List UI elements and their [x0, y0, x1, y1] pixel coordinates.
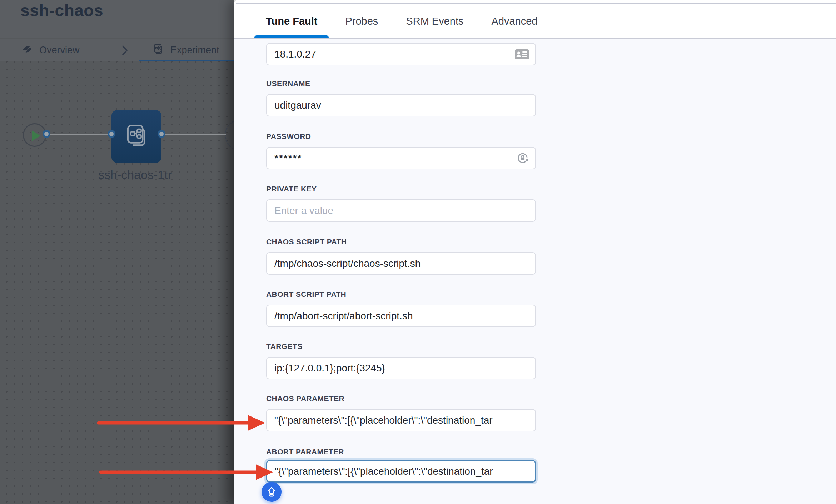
breadcrumb: Overview Experiment: [0, 39, 234, 61]
password-input[interactable]: ******: [266, 147, 536, 169]
fault-tunables-form: 18.1.0.27USERNAMEuditgauravPASSWORD*****…: [266, 39, 536, 504]
start-node-out-port: [43, 130, 50, 138]
upload-icon: [266, 486, 277, 498]
breadcrumb-overview[interactable]: Overview: [22, 39, 80, 61]
chaos-step-node[interactable]: [111, 110, 161, 163]
host-input[interactable]: 18.1.0.27: [266, 43, 536, 65]
username-value: uditgaurav: [274, 100, 529, 111]
drawer-top-border: [236, 3, 836, 4]
tab-srm-events[interactable]: SRM Events: [394, 4, 475, 38]
password-value: ******: [274, 153, 512, 164]
chaos-parameter-label: CHAOS PARAMETER: [266, 394, 344, 403]
breadcrumb-experiment-label: Experiment: [170, 45, 219, 56]
abort-script-path-value: /tmp/abort-script/abort-script.sh: [274, 310, 529, 322]
abort-parameter-input[interactable]: "{\"parameters\":[{\"placeholder\":\"des…: [266, 460, 536, 483]
tab-label: Probes: [345, 15, 378, 27]
chaos-node-in-port: [108, 130, 115, 138]
experiment-icon: [153, 43, 164, 57]
password-label: PASSWORD: [266, 132, 311, 141]
tab-advanced[interactable]: Advanced: [480, 4, 549, 38]
host-value: 18.1.0.27: [274, 49, 510, 60]
targets-label: TARGETS: [266, 342, 303, 351]
tab-label: SRM Events: [406, 15, 463, 27]
tab-label: Advanced: [492, 15, 538, 27]
tune-fault-drawer: Tune FaultProbesSRM EventsAdvanced 18.1.…: [234, 0, 836, 504]
username-label: USERNAME: [266, 79, 310, 88]
breadcrumb-experiment[interactable]: Experiment: [153, 39, 219, 61]
pipeline-canvas[interactable]: ssh-chaos-1tr: [0, 61, 234, 504]
secret-lock-icon[interactable]: [516, 151, 529, 165]
tab-tune-fault[interactable]: Tune Fault: [254, 4, 329, 38]
chevron-right-icon: [122, 45, 128, 56]
play-icon: [32, 130, 40, 141]
page-title: ssh-chaos: [20, 1, 103, 20]
experiment-node-icon: [124, 123, 149, 150]
abort-parameter-value: "{\"parameters\":[{\"placeholder\":\"des…: [275, 466, 529, 477]
chaos-script-path-input[interactable]: /tmp/chaos-script/chaos-script.sh: [266, 252, 536, 275]
pipeline-panel: ssh-chaos Overview: [0, 0, 234, 504]
private-key-input[interactable]: Enter a value: [266, 199, 536, 222]
upload-fab-button[interactable]: [262, 482, 282, 502]
drawer-tabs: Tune FaultProbesSRM EventsAdvanced: [234, 4, 836, 38]
drawer-content: 18.1.0.27USERNAMEuditgauravPASSWORD*****…: [234, 39, 836, 504]
chaos-node-out-port: [158, 130, 165, 138]
username-input[interactable]: uditgaurav: [266, 94, 536, 116]
tab-probes[interactable]: Probes: [334, 4, 389, 38]
overview-icon: [22, 44, 33, 57]
private-key-label: PRIVATE KEY: [266, 185, 317, 193]
page-header: ssh-chaos: [0, 0, 234, 38]
pipeline-edge: [165, 134, 226, 135]
targets-input[interactable]: ip:{127.0.0.1};port:{3245}: [266, 357, 536, 379]
breadcrumb-overview-label: Overview: [39, 45, 80, 56]
chaos-node-label: ssh-chaos-1tr: [85, 168, 185, 182]
targets-value: ip:{127.0.0.1};port:{3245}: [274, 363, 529, 374]
chaos-script-path-value: /tmp/chaos-script/chaos-script.sh: [274, 258, 529, 269]
abort-script-path-label: ABORT SCRIPT PATH: [266, 290, 346, 299]
chaos-parameter-value: "{\"parameters\":[{\"placeholder\":\"des…: [274, 415, 529, 426]
chaos-script-path-label: CHAOS SCRIPT PATH: [266, 238, 347, 246]
tab-label: Tune Fault: [266, 15, 317, 27]
abort-parameter-label: ABORT PARAMETER: [266, 448, 344, 456]
chaos-parameter-input[interactable]: "{\"parameters\":[{\"placeholder\":\"des…: [266, 409, 536, 431]
private-key-placeholder: Enter a value: [274, 205, 529, 216]
id-card-icon[interactable]: [514, 49, 529, 60]
pipeline-edge: [50, 134, 109, 135]
abort-script-path-input[interactable]: /tmp/abort-script/abort-script.sh: [266, 305, 536, 327]
